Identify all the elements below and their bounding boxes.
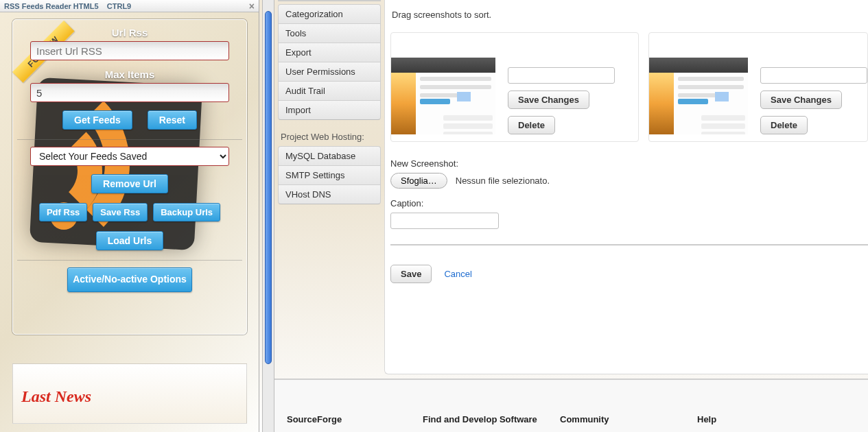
screenshot-thumbnail[interactable] [649,58,748,134]
footer-col-find-develop[interactable]: Find and Develop Software [423,414,560,424]
sidebar-item-vhost-dns[interactable]: VHost DNS [278,184,381,204]
sidebar-item-export[interactable]: Export [278,43,381,62]
file-status-text: Nessun file selezionato. [456,176,550,186]
sidebar-item-tools[interactable]: Tools [278,23,381,43]
reset-button[interactable]: Reset [148,110,197,130]
screenshot-card[interactable]: Save Changes Delete [390,32,639,142]
sidebar-item-categorization[interactable]: Categorization [278,4,381,24]
pdf-rss-button[interactable]: Pdf Rss [39,203,87,221]
hosting-section-label: Project Web Hosting: [281,132,381,142]
footer-col-help[interactable]: Help [697,414,821,424]
max-items-label: Max Items [13,69,246,80]
page-footer: SourceForge Find and Develop Software Co… [274,379,868,432]
last-news-heading: Last News [21,387,238,406]
rss-titlebar: RSS Feeds Reader HTML5 CTRL9 × [0,0,259,12]
new-screenshot-label: New Screenshot: [390,158,868,169]
load-urls-button[interactable]: Load Urls [96,231,164,250]
backup-urls-button[interactable]: Backup Urls [153,203,220,221]
get-feeds-button[interactable]: Get Feeds [62,110,132,130]
drag-hint-text: Drag screenshots to sort. [392,10,868,20]
rss-title: RSS Feeds Reader HTML5 [4,2,99,10]
footer-col-community[interactable]: Community [560,414,697,424]
sidebar-item-mysql[interactable]: MySQL Database [278,146,381,166]
cancel-link[interactable]: Cancel [444,269,471,279]
sidebar-item-user-permissions[interactable]: User Permissions [278,62,381,82]
save-changes-button[interactable]: Save Changes [508,91,589,109]
screenshot-card[interactable]: Save Changes Delete [648,32,868,142]
side-menu-group-1: Categorization Tools Export User Permiss… [278,4,381,120]
sidebar-item-audit-trail[interactable]: Audit Trail [278,81,381,101]
save-button[interactable]: Save [390,265,432,283]
url-rss-label: Url Rss [13,27,246,38]
side-menu-group-2: MySQL Database SMTP Settings VHost DNS [278,146,381,204]
screenshot-caption-input[interactable] [508,67,615,84]
close-icon[interactable]: × [249,1,255,12]
screenshots-editor: Drag screenshots to sort. Save Changes D… [384,0,868,374]
remove-url-button[interactable]: Remove Url [91,174,168,193]
admin-side-menu: Categorization Tools Export User Permiss… [278,0,381,204]
feeds-saved-select[interactable]: Select Your Feeds Saved [30,147,229,166]
rss-reader-panel: RSS Feeds Reader HTML5 CTRL9 × Url Rss M… [0,0,259,432]
max-items-input[interactable] [30,83,229,102]
delete-button[interactable]: Delete [508,116,555,134]
sidebar-item-smtp[interactable]: SMTP Settings [278,165,381,185]
browse-file-button[interactable]: Sfoglia… [390,173,447,189]
vertical-scrollbar-thumb[interactable] [265,11,272,364]
url-rss-input[interactable] [30,41,229,60]
last-news-panel: Last News [12,363,247,424]
active-options-button[interactable]: Active/No-active Options [67,267,192,292]
new-caption-input[interactable] [390,213,499,229]
vertical-scrollbar-track[interactable] [262,0,274,432]
save-changes-button[interactable]: Save Changes [760,91,842,109]
screenshot-thumbnail[interactable] [391,58,495,134]
sidebar-item-import[interactable]: Import [278,100,381,120]
footer-col-sourceforge[interactable]: SourceForge [287,414,423,424]
rss-inner-card: Url Rss Max Items Get Feeds Reset Select… [12,19,247,335]
delete-button[interactable]: Delete [760,116,808,134]
rss-shortcut: CTRL9 [107,2,131,10]
screenshot-caption-input[interactable] [760,67,867,84]
separator [390,244,868,245]
caption-label: Caption: [390,198,868,208]
save-rss-button[interactable]: Save Rss [93,203,148,221]
